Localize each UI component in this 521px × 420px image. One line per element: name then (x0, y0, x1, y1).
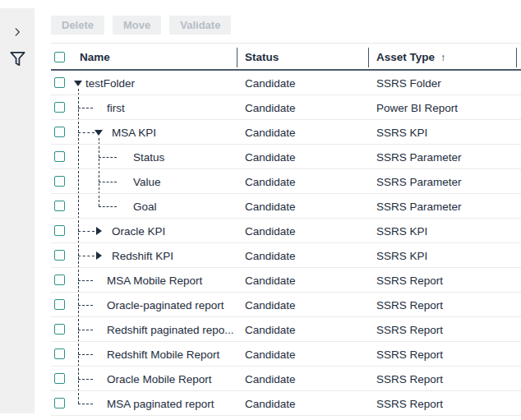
expand-toggle-icon[interactable] (96, 227, 102, 235)
row-status: Candidate (245, 274, 296, 286)
row-asset-type: SSRS Report (376, 298, 443, 311)
row-asset-type: SSRS Report (376, 274, 443, 286)
row-name[interactable]: Redshift Mobile Report (107, 348, 219, 360)
table-row[interactable]: Oracle KPI Candidate SSRS KPI (51, 219, 521, 243)
chevron-right-icon (12, 26, 23, 38)
table-row[interactable]: MSA KPI Candidate SSRS KPI (51, 120, 521, 145)
row-name[interactable]: MSA Mobile Report (107, 274, 202, 286)
filter-button[interactable] (0, 46, 35, 71)
column-header-name[interactable]: Name (80, 50, 110, 62)
row-name[interactable]: Goal (133, 200, 157, 212)
row-status: Candidate (245, 101, 296, 113)
table-row[interactable]: Status Candidate SSRS Parameter (51, 145, 521, 169)
tree-connector (78, 404, 93, 404)
column-header-asset-type[interactable]: Asset Type↑ (376, 50, 446, 62)
row-name[interactable]: Oracle Mobile Report (107, 372, 212, 385)
row-checkbox[interactable] (54, 398, 65, 408)
row-checkbox[interactable] (54, 102, 65, 113)
row-checkbox[interactable] (54, 201, 65, 211)
row-status: Candidate (245, 372, 296, 385)
row-name[interactable]: first (107, 101, 125, 113)
expand-toggle-icon[interactable] (74, 81, 82, 86)
tree-connector (78, 256, 95, 256)
select-all-checkbox[interactable] (54, 52, 65, 62)
row-status: Candidate (245, 298, 296, 311)
table-row[interactable]: Redshift paginated repo... Candidate SSR… (51, 317, 521, 342)
row-checkbox[interactable] (54, 77, 65, 88)
table-row[interactable]: Redshift Mobile Report Candidate SSRS Re… (51, 342, 521, 367)
left-rail (0, 8, 35, 413)
row-asset-type: SSRS Folder (376, 76, 441, 89)
table-row[interactable]: Redshift KPI Candidate SSRS KPI (51, 243, 521, 268)
tree-connector (78, 354, 93, 355)
expand-panel-button[interactable] (0, 20, 35, 44)
row-name[interactable]: Redshift paginated repo... (107, 323, 234, 335)
tree-connector (78, 280, 93, 281)
table-row[interactable]: MSA paginated report Candidate SSRS Repo… (51, 391, 521, 416)
row-status: Candidate (245, 150, 296, 163)
row-checkbox[interactable] (54, 151, 65, 162)
row-status: Candidate (245, 224, 296, 237)
row-name[interactable]: Value (133, 175, 161, 187)
table-row[interactable]: Goal Candidate SSRS Parameter (51, 194, 521, 219)
row-asset-type: SSRS KPI (376, 126, 427, 138)
tree-connector (78, 132, 95, 133)
row-status: Candidate (245, 126, 296, 138)
table-row[interactable]: Value Candidate SSRS Parameter (51, 169, 521, 194)
row-checkbox[interactable] (54, 324, 65, 335)
row-status: Candidate (245, 200, 296, 212)
page: Delete Move Validate Name Status Asset T… (0, 0, 521, 420)
row-checkbox[interactable] (54, 176, 65, 187)
column-header-status[interactable]: Status (245, 50, 279, 62)
row-checkbox[interactable] (54, 275, 65, 285)
validate-button[interactable]: Validate (169, 16, 231, 35)
sort-ascending-icon: ↑ (440, 50, 446, 62)
row-name[interactable]: MSA paginated report (107, 397, 214, 409)
row-name[interactable]: Oracle KPI (112, 224, 165, 237)
row-name[interactable]: Redshift KPI (112, 249, 173, 261)
table-row[interactable]: Oracle-paginated report Candidate SSRS R… (51, 293, 521, 317)
row-checkbox[interactable] (54, 373, 65, 384)
row-checkbox[interactable] (54, 348, 65, 359)
row-status: Candidate (245, 348, 296, 360)
row-checkbox[interactable] (54, 225, 65, 236)
table-row[interactable]: Oracle Mobile Report Candidate SSRS Repo… (51, 367, 521, 391)
row-checkbox[interactable] (54, 127, 65, 137)
row-asset-type: Power BI Report (376, 101, 458, 113)
expand-toggle-icon[interactable] (95, 130, 103, 136)
assets-table: Name Status Asset Type↑ testFolder Candi… (51, 43, 521, 416)
row-name[interactable]: Status (133, 150, 164, 163)
tree-connector (99, 157, 117, 158)
table-row[interactable]: testFolder Candidate SSRS Folder (51, 71, 521, 95)
row-status: Candidate (245, 323, 296, 335)
table-row[interactable]: MSA Mobile Report Candidate SSRS Report (51, 268, 521, 293)
toolbar: Delete Move Validate (51, 16, 231, 35)
filter-funnel-icon (8, 49, 27, 68)
table-row[interactable]: first Candidate Power BI Report (51, 95, 521, 120)
tree-connector (78, 379, 93, 380)
row-asset-type: SSRS KPI (376, 249, 427, 261)
row-name[interactable]: MSA KPI (112, 126, 156, 138)
column-divider (237, 48, 237, 67)
tree-connector (99, 182, 117, 182)
row-asset-type: SSRS Report (376, 397, 443, 409)
tree-connector (78, 108, 93, 108)
move-button[interactable]: Move (113, 16, 161, 35)
row-name[interactable]: testFolder (85, 76, 135, 89)
row-asset-type: SSRS Parameter (376, 200, 462, 212)
table-body: testFolder Candidate SSRS Folder first C… (51, 71, 521, 416)
tree-connector (78, 305, 93, 306)
delete-button[interactable]: Delete (51, 16, 104, 35)
column-divider (368, 48, 369, 67)
tree-connector (78, 231, 95, 232)
row-status: Candidate (245, 175, 296, 187)
row-asset-type: SSRS KPI (376, 224, 427, 237)
row-checkbox[interactable] (54, 250, 65, 261)
row-checkbox[interactable] (54, 299, 65, 310)
row-asset-type: SSRS Parameter (376, 175, 462, 187)
row-asset-type: SSRS Report (376, 323, 443, 335)
table-header: Name Status Asset Type↑ (51, 43, 521, 71)
expand-toggle-icon[interactable] (96, 252, 102, 260)
row-name[interactable]: Oracle-paginated report (107, 298, 224, 311)
column-divider (516, 48, 517, 67)
